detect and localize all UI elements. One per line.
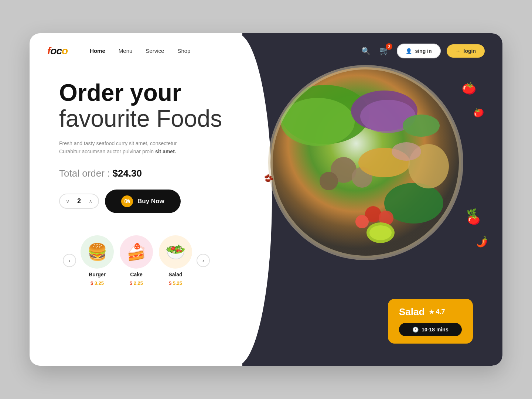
quantity-decrease-button[interactable]: ∨ [66, 198, 69, 204]
chevron-down-icon: ∨ [66, 198, 69, 204]
chili-decoration: 🌶️ [475, 235, 489, 248]
total-price: $24.30 [113, 168, 142, 179]
nav-item-shop[interactable]: Shop [177, 48, 190, 54]
salad-card-header: Salad ★ 4.7 [399, 306, 462, 318]
burger-name: Burger [89, 272, 106, 277]
herb-decoration: 🌿 [467, 208, 477, 218]
total-label: Total order : [59, 168, 113, 179]
salad-image: 🥗 [159, 235, 192, 269]
seed-decoration: 🫘 [264, 174, 273, 183]
svg-point-6 [403, 115, 440, 137]
logo-o: o [62, 45, 68, 57]
quantity-increase-button[interactable]: ∧ [89, 198, 92, 204]
food-card-salad[interactable]: 🥗 Salad $ 5.25 [159, 235, 192, 286]
salad-bowl-image [259, 63, 473, 277]
cart-bag-icon: 🛍 [121, 195, 133, 207]
food-items-list: 🍔 Burger $ 3.25 🍰 Cake $ 2.25 🥗 Salad $ … [81, 235, 192, 286]
svg-point-14 [355, 215, 369, 228]
salad-price: $ 5.25 [169, 280, 182, 286]
cart-badge: 2 [386, 43, 392, 50]
brand-logo: foco [47, 45, 68, 57]
cake-name: Cake [130, 272, 142, 277]
user-icon: 👤 [406, 48, 412, 54]
carousel-prev-button[interactable]: ‹ [63, 254, 76, 267]
nav-item-home[interactable]: Home [90, 48, 105, 54]
hero-content: Order your favourite Foods Fresh and tas… [59, 80, 236, 286]
cake-price: $ 2.25 [130, 280, 143, 286]
login-icon: → [456, 48, 461, 54]
order-controls: ∨ 2 ∧ 🛍 Buy Now [59, 190, 236, 213]
carousel-next-button[interactable]: › [197, 254, 210, 267]
svg-point-16 [369, 225, 392, 240]
burger-price: $ 3.25 [91, 280, 104, 286]
quantity-selector: ∨ 2 ∧ [59, 194, 99, 209]
app-container: foco Home Menu Service Shop 🔍 🛒 2 [30, 33, 502, 366]
salad-rating: ★ 4.7 [429, 308, 445, 316]
hero-desc-bold: sit amet. [155, 149, 176, 154]
chevron-left-icon: ‹ [69, 258, 71, 263]
buy-now-button[interactable]: 🛍 Buy Now [105, 190, 181, 213]
salad-card-name: Salad [399, 306, 424, 318]
star-icon: ★ [429, 308, 434, 316]
salad-time-button[interactable]: 🕐 10-18 mins [399, 323, 462, 336]
total-order: Total order : $24.30 [59, 168, 236, 179]
clock-icon: 🕐 [412, 327, 419, 332]
signin-button[interactable]: 👤 sing in [397, 44, 440, 58]
chevron-up-icon: ∧ [89, 198, 92, 204]
food-card-burger[interactable]: 🍔 Burger $ 3.25 [81, 235, 114, 286]
rating-value: 4.7 [436, 308, 445, 316]
signin-label: sing in [415, 48, 432, 54]
salad-time-label: 10-18 mins [422, 327, 448, 332]
cake-image: 🍰 [120, 235, 153, 269]
nav-link-service[interactable]: Service [146, 48, 164, 54]
svg-point-18 [392, 142, 421, 161]
buy-now-label: Buy Now [137, 198, 164, 205]
food-carousel: ‹ 🍔 Burger $ 3.25 🍰 Cake $ 2.25 🥗 [59, 235, 236, 286]
hero-title-line1: Order your [59, 80, 236, 106]
salad-name: Salad [168, 272, 182, 277]
hero-description: Fresh and tasty seafood curry sit amet, … [59, 139, 185, 156]
logo-oc: oc [50, 45, 62, 57]
search-icon: 🔍 [361, 47, 371, 55]
nav-item-menu[interactable]: Menu [119, 48, 133, 54]
burger-image: 🍔 [81, 235, 114, 269]
tomato-half-decoration: 🍅 [471, 105, 485, 119]
svg-point-9 [320, 172, 338, 190]
login-label: login [464, 48, 476, 54]
chevron-right-icon: › [202, 258, 204, 263]
search-button[interactable]: 🔍 [360, 45, 372, 57]
nav-link-shop[interactable]: Shop [177, 48, 190, 54]
nav-link-menu[interactable]: Menu [119, 48, 133, 54]
nav-link-home[interactable]: Home [90, 48, 105, 54]
hero-title-line2: favourite Foods [59, 106, 236, 132]
nav-links: Home Menu Service Shop [90, 48, 345, 54]
salad-info-card: Salad ★ 4.7 🕐 10-18 mins [388, 299, 473, 344]
nav-item-service[interactable]: Service [146, 48, 164, 54]
nav-right: 🔍 🛒 2 👤 sing in → login [360, 44, 485, 58]
navbar: foco Home Menu Service Shop 🔍 🛒 2 [30, 33, 502, 69]
login-button[interactable]: → login [447, 44, 485, 58]
hero-image-container: 🍅 🍅 🍅 🌶️ 🫘 🌿 [259, 63, 488, 292]
quantity-value: 2 [75, 197, 83, 205]
cart-button[interactable]: 🛒 2 [378, 45, 391, 57]
food-card-cake[interactable]: 🍰 Cake $ 2.25 [120, 235, 153, 286]
